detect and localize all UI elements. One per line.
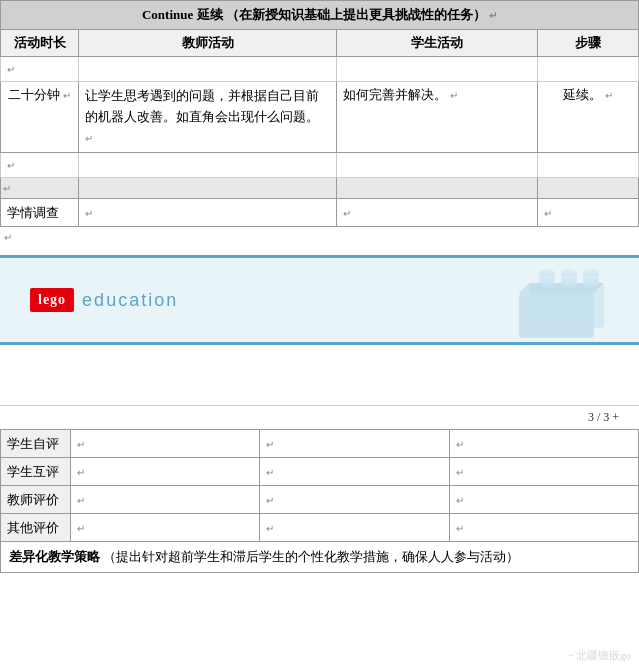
gray-separator-row: ↵ [1, 178, 639, 199]
eval-pm-mutual4: ↵ [456, 467, 464, 478]
eval-label-other-text: 其他评价 [7, 520, 59, 535]
svg-point-10 [561, 269, 577, 277]
watermark-text: →北疆镶嵌go [565, 649, 631, 661]
steps-pm: ↵ [605, 90, 613, 101]
col-header-duration: 活动时长 [1, 30, 79, 57]
steps-text: 延续。 [563, 87, 602, 102]
student-pm: ↵ [450, 90, 458, 101]
lego-education-text: education [82, 290, 178, 311]
page-number-area: 3 / 3 + [0, 406, 639, 429]
teacher-cell: 让学生思考遇到的问题，并根据自己目前的机器人改善。如直角会出现什么问题。 ↵ [79, 82, 336, 153]
xuqing-pm3: ↵ [343, 208, 351, 219]
eval-pm-teacher3: ↵ [266, 495, 274, 506]
bottom-section: 3 / 3 + 学生自评 ↵ ↵ ↵ 学生互评 [0, 405, 639, 573]
lego-section: lego education [0, 255, 639, 345]
xuqing-pm4: ↵ [544, 208, 552, 219]
steps-cell: 延续。 ↵ [538, 82, 639, 153]
below-table-para: ↵ [0, 227, 639, 247]
eval-row-teacher: 教师评价 ↵ ↵ ↵ [1, 486, 639, 514]
eval-col2-other: ↵ [71, 514, 260, 542]
duration-pm: ↵ [63, 90, 71, 101]
eval-label-ziping: 学生自评 [1, 430, 71, 458]
pad2-pm: ↵ [7, 160, 15, 171]
eval-col2-ziping: ↵ [71, 430, 260, 458]
eval-label-teacher: 教师评价 [1, 486, 71, 514]
col-header-steps: 步骤 [538, 30, 639, 57]
main-table: 活动时长 教师活动 学生活动 步骤 ↵ 二十分钟 ↵ 让学生思考 [0, 29, 639, 227]
below-pm: ↵ [4, 232, 12, 243]
eval-col2-mutual: ↵ [71, 458, 260, 486]
diff-normal: （提出针对超前学生和滞后学生的个性化教学措施，确保人人参与活动） [103, 549, 519, 564]
gray-cell-4 [538, 178, 639, 199]
table-row-padding-bottom: ↵ [1, 153, 639, 178]
top-section: Continue 延续 （在新授知识基础上提出更具挑战性的任务） ↵ 活动时长 … [0, 0, 639, 247]
xuqing-row: 学情调查 ↵ ↵ ↵ [1, 199, 639, 227]
gray-pm: ↵ [3, 183, 11, 194]
diff-bold: 差异化教学策略 [9, 549, 100, 564]
eval-row-zipingself: 学生自评 ↵ ↵ ↵ [1, 430, 639, 458]
lego-logo: lego education [30, 288, 178, 312]
eval-label-ziping-text: 学生自评 [7, 436, 59, 451]
xuqing-col2: ↵ [79, 199, 336, 227]
evaluation-table: 学生自评 ↵ ↵ ↵ 学生互评 ↵ [0, 429, 639, 542]
xuqing-pm2: ↵ [85, 208, 93, 219]
eval-col3-ziping: ↵ [260, 430, 449, 458]
continue-header: Continue 延续 （在新授知识基础上提出更具挑战性的任务） ↵ [0, 0, 639, 29]
eval-col2-teacher: ↵ [71, 486, 260, 514]
eval-col4-mutual: ↵ [449, 458, 638, 486]
student-cell: 如何完善并解决。 ↵ [336, 82, 537, 153]
eval-pm-other3: ↵ [266, 523, 274, 534]
watermark: →北疆镶嵌go [565, 648, 631, 663]
student-text: 如何完善并解决。 [343, 87, 447, 102]
eval-pm-other2: ↵ [77, 523, 85, 534]
eval-pm-other4: ↵ [456, 523, 464, 534]
eval-col3-mutual: ↵ [260, 458, 449, 486]
continue-title: Continue 延续 [142, 7, 223, 22]
eval-pm-ziping4: ↵ [456, 439, 464, 450]
eval-pm-ziping2: ↵ [77, 439, 85, 450]
table-header-row: 活动时长 教师活动 学生活动 步骤 [1, 30, 639, 57]
eval-col3-other: ↵ [260, 514, 449, 542]
eval-pm-ziping3: ↵ [266, 439, 274, 450]
xuqing-label: 学情调查 [1, 199, 79, 227]
gray-cell-1: ↵ [1, 178, 79, 199]
eval-row-other: 其他评价 ↵ ↵ ↵ [1, 514, 639, 542]
lego-brick-decoration [509, 268, 609, 345]
header-para-mark: ↵ [489, 10, 497, 21]
eval-pm-mutual3: ↵ [266, 467, 274, 478]
teacher-pm: ↵ [85, 133, 93, 144]
eval-col4-ziping: ↵ [449, 430, 638, 458]
eval-pm-teacher4: ↵ [456, 495, 464, 506]
eval-col4-teacher: ↵ [449, 486, 638, 514]
gray-cell-2 [79, 178, 336, 199]
svg-point-9 [539, 269, 555, 277]
table-row-padding-top: ↵ [1, 57, 639, 82]
duration-cell: 二十分钟 ↵ [1, 82, 79, 153]
xuqing-col3: ↵ [336, 199, 537, 227]
page-num-plus: + [612, 410, 619, 424]
teacher-text: 让学生思考遇到的问题，并根据自己目前的机器人改善。如直角会出现什么问题。 [85, 88, 319, 124]
eval-label-mutual-text: 学生互评 [7, 464, 59, 479]
duration-text: 二十分钟 [8, 87, 60, 102]
eval-col3-teacher: ↵ [260, 486, 449, 514]
eval-row-mutual: 学生互评 ↵ ↵ ↵ [1, 458, 639, 486]
eval-label-mutual: 学生互评 [1, 458, 71, 486]
pad-pm: ↵ [7, 64, 15, 75]
eval-label-teacher-text: 教师评价 [7, 492, 59, 507]
lego-badge: lego [30, 288, 74, 312]
continue-subtitle: （在新授知识基础上提出更具挑战性的任务） [226, 7, 486, 22]
diff-footer: 差异化教学策略 （提出针对超前学生和滞后学生的个性化教学措施，确保人人参与活动） [0, 542, 639, 573]
gray-cell-3 [336, 178, 537, 199]
col-header-student: 学生活动 [336, 30, 537, 57]
xuqing-col4: ↵ [538, 199, 639, 227]
table-row: 二十分钟 ↵ 让学生思考遇到的问题，并根据自己目前的机器人改善。如直角会出现什么… [1, 82, 639, 153]
svg-point-11 [583, 269, 599, 277]
eval-pm-teacher2: ↵ [77, 495, 85, 506]
white-gap-section [0, 345, 639, 405]
eval-label-other: 其他评价 [1, 514, 71, 542]
page-number-text: 3 / 3 [588, 410, 609, 424]
col-header-teacher: 教师活动 [79, 30, 336, 57]
lego-brick-svg [509, 268, 609, 345]
xuqing-text: 学情调查 [7, 205, 59, 220]
eval-pm-mutual2: ↵ [77, 467, 85, 478]
